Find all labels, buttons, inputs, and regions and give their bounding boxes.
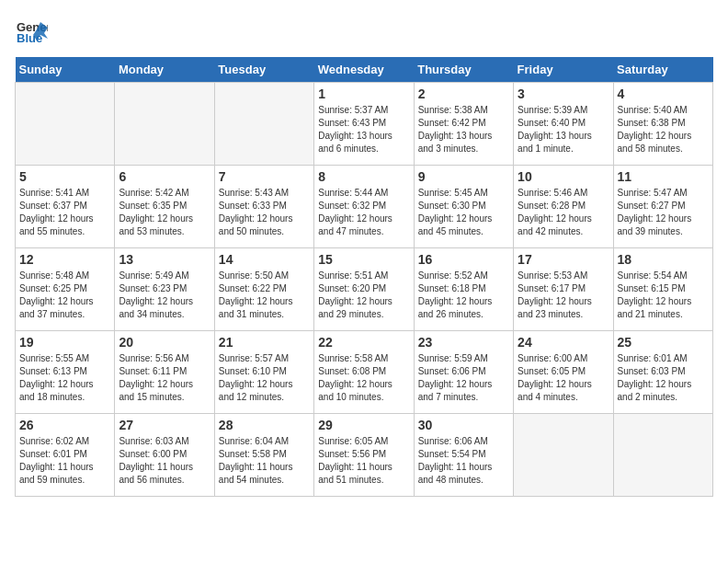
day-info: Sunrise: 5:48 AM Sunset: 6:25 PM Dayligh… xyxy=(19,270,110,321)
page-header: General Blue xyxy=(15,15,713,48)
weekday-saturday: Saturday xyxy=(613,57,712,83)
calendar-cell: 2Sunrise: 5:38 AM Sunset: 6:42 PM Daylig… xyxy=(414,83,513,166)
calendar-cell: 24Sunrise: 6:00 AM Sunset: 6:05 PM Dayli… xyxy=(514,331,613,414)
calendar-cell: 20Sunrise: 5:56 AM Sunset: 6:11 PM Dayli… xyxy=(115,331,214,414)
day-info: Sunrise: 6:02 AM Sunset: 6:01 PM Dayligh… xyxy=(19,435,110,487)
day-number: 25 xyxy=(618,335,709,350)
calendar-cell: 16Sunrise: 5:52 AM Sunset: 6:18 PM Dayli… xyxy=(414,248,513,331)
day-number: 12 xyxy=(19,252,110,267)
day-number: 26 xyxy=(19,418,110,432)
day-number: 27 xyxy=(119,418,210,432)
calendar-cell: 26Sunrise: 6:02 AM Sunset: 6:01 PM Dayli… xyxy=(16,414,115,497)
calendar-cell: 3Sunrise: 5:39 AM Sunset: 6:40 PM Daylig… xyxy=(514,83,613,166)
day-number: 28 xyxy=(219,418,310,432)
day-number: 1 xyxy=(318,86,409,101)
calendar-cell: 25Sunrise: 6:01 AM Sunset: 6:03 PM Dayli… xyxy=(613,331,712,414)
calendar-cell: 28Sunrise: 6:04 AM Sunset: 5:58 PM Dayli… xyxy=(214,414,313,497)
day-number: 16 xyxy=(418,252,509,267)
calendar-cell: 4Sunrise: 5:40 AM Sunset: 6:38 PM Daylig… xyxy=(613,83,712,166)
calendar-row: 12Sunrise: 5:48 AM Sunset: 6:25 PM Dayli… xyxy=(16,248,713,331)
day-info: Sunrise: 5:47 AM Sunset: 6:27 PM Dayligh… xyxy=(618,187,709,238)
day-number: 29 xyxy=(318,418,409,432)
day-info: Sunrise: 5:53 AM Sunset: 6:17 PM Dayligh… xyxy=(518,270,609,321)
day-number: 20 xyxy=(119,335,210,350)
day-info: Sunrise: 5:40 AM Sunset: 6:38 PM Dayligh… xyxy=(618,104,709,155)
calendar-cell: 22Sunrise: 5:58 AM Sunset: 6:08 PM Dayli… xyxy=(314,331,414,414)
day-info: Sunrise: 6:00 AM Sunset: 6:05 PM Dayligh… xyxy=(518,352,609,404)
calendar-cell: 12Sunrise: 5:48 AM Sunset: 6:25 PM Dayli… xyxy=(16,248,115,331)
day-number: 24 xyxy=(518,335,609,350)
calendar-cell: 27Sunrise: 6:03 AM Sunset: 6:00 PM Dayli… xyxy=(115,414,214,497)
calendar-row: 5Sunrise: 5:41 AM Sunset: 6:37 PM Daylig… xyxy=(16,166,713,248)
calendar-table: SundayMondayTuesdayWednesdayThursdayFrid… xyxy=(15,57,713,497)
day-info: Sunrise: 6:01 AM Sunset: 6:03 PM Dayligh… xyxy=(618,352,709,404)
calendar-cell: 11Sunrise: 5:47 AM Sunset: 6:27 PM Dayli… xyxy=(613,166,712,248)
day-info: Sunrise: 5:55 AM Sunset: 6:13 PM Dayligh… xyxy=(19,352,110,404)
calendar-cell: 15Sunrise: 5:51 AM Sunset: 6:20 PM Dayli… xyxy=(314,248,414,331)
calendar-cell xyxy=(16,83,115,166)
day-number: 14 xyxy=(219,252,310,267)
weekday-thursday: Thursday xyxy=(414,57,513,83)
day-info: Sunrise: 5:50 AM Sunset: 6:22 PM Dayligh… xyxy=(219,270,310,321)
day-number: 21 xyxy=(219,335,310,350)
day-number: 23 xyxy=(418,335,509,350)
calendar-cell: 8Sunrise: 5:44 AM Sunset: 6:32 PM Daylig… xyxy=(314,166,414,248)
logo: General Blue xyxy=(15,15,51,48)
calendar-cell: 17Sunrise: 5:53 AM Sunset: 6:17 PM Dayli… xyxy=(514,248,613,331)
logo-icon: General Blue xyxy=(15,15,48,48)
day-number: 10 xyxy=(518,169,609,184)
calendar-cell: 10Sunrise: 5:46 AM Sunset: 6:28 PM Dayli… xyxy=(514,166,613,248)
calendar-cell xyxy=(514,414,613,497)
day-number: 30 xyxy=(418,418,509,432)
day-number: 7 xyxy=(219,169,310,184)
day-number: 4 xyxy=(618,86,709,101)
weekday-header-row: SundayMondayTuesdayWednesdayThursdayFrid… xyxy=(16,57,713,83)
weekday-monday: Monday xyxy=(115,57,214,83)
day-info: Sunrise: 5:54 AM Sunset: 6:15 PM Dayligh… xyxy=(618,270,709,321)
day-number: 6 xyxy=(119,169,210,184)
day-info: Sunrise: 5:52 AM Sunset: 6:18 PM Dayligh… xyxy=(418,270,509,321)
day-info: Sunrise: 5:38 AM Sunset: 6:42 PM Dayligh… xyxy=(418,104,509,155)
calendar-cell: 30Sunrise: 6:06 AM Sunset: 5:54 PM Dayli… xyxy=(414,414,513,497)
day-info: Sunrise: 6:05 AM Sunset: 5:56 PM Dayligh… xyxy=(318,435,409,487)
day-info: Sunrise: 5:57 AM Sunset: 6:10 PM Dayligh… xyxy=(219,352,310,404)
day-number: 5 xyxy=(19,169,110,184)
calendar-cell: 1Sunrise: 5:37 AM Sunset: 6:43 PM Daylig… xyxy=(314,83,414,166)
day-info: Sunrise: 5:42 AM Sunset: 6:35 PM Dayligh… xyxy=(119,187,210,238)
day-info: Sunrise: 6:04 AM Sunset: 5:58 PM Dayligh… xyxy=(219,435,310,487)
calendar-cell xyxy=(613,414,712,497)
calendar-cell: 21Sunrise: 5:57 AM Sunset: 6:10 PM Dayli… xyxy=(214,331,313,414)
day-info: Sunrise: 5:41 AM Sunset: 6:37 PM Dayligh… xyxy=(19,187,110,238)
day-info: Sunrise: 5:58 AM Sunset: 6:08 PM Dayligh… xyxy=(318,352,409,404)
day-number: 8 xyxy=(318,169,409,184)
day-number: 13 xyxy=(119,252,210,267)
weekday-friday: Friday xyxy=(514,57,613,83)
day-number: 3 xyxy=(518,86,609,101)
day-info: Sunrise: 5:59 AM Sunset: 6:06 PM Dayligh… xyxy=(418,352,509,404)
calendar-cell: 5Sunrise: 5:41 AM Sunset: 6:37 PM Daylig… xyxy=(16,166,115,248)
weekday-tuesday: Tuesday xyxy=(214,57,313,83)
calendar-row: 1Sunrise: 5:37 AM Sunset: 6:43 PM Daylig… xyxy=(16,83,713,166)
day-info: Sunrise: 6:06 AM Sunset: 5:54 PM Dayligh… xyxy=(418,435,509,487)
calendar-cell: 7Sunrise: 5:43 AM Sunset: 6:33 PM Daylig… xyxy=(214,166,313,248)
calendar-cell xyxy=(214,83,313,166)
calendar-cell: 18Sunrise: 5:54 AM Sunset: 6:15 PM Dayli… xyxy=(613,248,712,331)
day-info: Sunrise: 5:46 AM Sunset: 6:28 PM Dayligh… xyxy=(518,187,609,238)
day-number: 22 xyxy=(318,335,409,350)
day-info: Sunrise: 5:49 AM Sunset: 6:23 PM Dayligh… xyxy=(119,270,210,321)
calendar-cell: 19Sunrise: 5:55 AM Sunset: 6:13 PM Dayli… xyxy=(16,331,115,414)
calendar-row: 26Sunrise: 6:02 AM Sunset: 6:01 PM Dayli… xyxy=(16,414,713,497)
day-info: Sunrise: 5:44 AM Sunset: 6:32 PM Dayligh… xyxy=(318,187,409,238)
calendar-cell: 9Sunrise: 5:45 AM Sunset: 6:30 PM Daylig… xyxy=(414,166,513,248)
day-number: 18 xyxy=(618,252,709,267)
calendar-row: 19Sunrise: 5:55 AM Sunset: 6:13 PM Dayli… xyxy=(16,331,713,414)
day-number: 9 xyxy=(418,169,509,184)
calendar-cell: 14Sunrise: 5:50 AM Sunset: 6:22 PM Dayli… xyxy=(214,248,313,331)
day-number: 17 xyxy=(518,252,609,267)
day-number: 19 xyxy=(19,335,110,350)
calendar-cell: 13Sunrise: 5:49 AM Sunset: 6:23 PM Dayli… xyxy=(115,248,214,331)
calendar-cell: 29Sunrise: 6:05 AM Sunset: 5:56 PM Dayli… xyxy=(314,414,414,497)
calendar-cell xyxy=(115,83,214,166)
day-number: 11 xyxy=(618,169,709,184)
calendar-cell: 23Sunrise: 5:59 AM Sunset: 6:06 PM Dayli… xyxy=(414,331,513,414)
